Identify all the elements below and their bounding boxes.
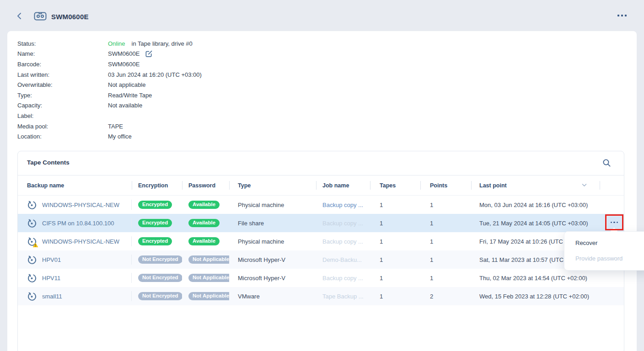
restore-point-icon [27,273,37,283]
column-header-label: Last point [479,182,507,189]
last-point-cell: Mon, 03 Jun 2024 at 16:16 (UTC +03:00) [471,196,600,214]
points-cell: 2 [420,287,471,305]
detail-value: My office [108,133,132,140]
warning-icon [32,242,38,248]
tapes-cell: 1 [370,214,420,232]
tape-contents-header: Tape Contents [18,151,624,176]
encryption-badge: Not Encrypted [138,255,182,264]
menu-item-recover[interactable]: Recover [564,235,644,251]
detail-value: Not available [108,102,142,109]
detail-value: Read/Write Tape [108,92,152,99]
column-header-tapes[interactable]: Tapes [370,176,420,195]
encryption-badge: Encrypted [138,201,172,209]
search-icon[interactable] [602,159,611,167]
backup-name-link[interactable]: small11 [42,293,62,300]
last-point-cell: Thu, 02 Mar 2023 at 14:54 (UTC +02:00) [471,269,600,287]
tape-contents-panel: Tape Contents Backup name Encryption Pas… [17,151,624,351]
column-header-password[interactable]: Password [182,176,229,195]
backup-name-link[interactable]: WINDOWS-PHYSICAL-NEW [42,202,119,208]
last-point-cell: Wed, 15 Feb 2023 at 12:28 (UTC +02:00) [471,287,600,305]
detail-label: Last written: [17,71,108,78]
tape-cassette-icon [34,11,47,21]
row-actions-button[interactable] [607,217,621,228]
restore-point-icon [27,255,37,265]
column-header-encryption[interactable]: Encryption [132,176,182,195]
restore-point-warning-icon [27,237,37,246]
points-cell: 1 [420,250,471,269]
job-name-link[interactable]: Backup copy ... [322,202,363,208]
encryption-badge: Encrypted [138,237,172,246]
column-header-last-point[interactable]: Last point [471,176,600,195]
detail-row-overwritable: Overwritable: Not applicable [17,80,202,90]
restore-point-icon [27,218,37,228]
job-name-link-disabled: Backup copy ... [322,238,363,245]
detail-row-capacity: Capacity: Not available [17,101,202,111]
backup-name-link[interactable]: CIFS PM on 10.84.100.100 [42,220,114,227]
password-badge: Not Applicable [188,274,229,282]
points-cell: 1 [420,196,471,214]
detail-label: Barcode: [17,61,108,68]
backup-name-link[interactable]: HPV01 [42,256,61,263]
restore-point-icon [27,200,37,210]
job-name-link-disabled: Backup copy ... [322,275,363,282]
status-location: in Tape library, drive #0 [132,40,193,47]
password-badge: Available [188,237,220,246]
password-badge: Not Applicable [188,255,229,264]
status-badge: Online [108,40,125,47]
detail-label: Status: [17,40,108,47]
password-badge: Available [188,201,220,209]
type-cell: File share [229,214,316,232]
detail-row-type: Type: Read/Write Tape [17,90,202,101]
detail-label: Capacity: [17,102,108,109]
type-cell: Microsoft Hyper-V [229,269,316,287]
page-title: SWM0600E [51,13,89,21]
column-header-backup-name[interactable]: Backup name [18,176,132,195]
detail-value: Not applicable [108,81,145,88]
points-cell: 1 [420,214,471,232]
table-row[interactable]: HPV11 Not Encrypted.. Not Applicable. Mi… [18,269,624,287]
detail-label: Type: [17,92,108,99]
encryption-badge: Encrypted [138,219,172,228]
table-row[interactable]: small11 Not Encrypted.. Not Applicable. … [18,287,624,305]
table-row[interactable]: WINDOWS-PHYSICAL-NEW Encrypted Available… [18,196,624,214]
column-header-type[interactable]: Type [229,176,316,195]
column-header-points[interactable]: Points [420,176,471,195]
last-point-cell: Tue, 21 May 2024 at 14:05 (UTC +03:00) [471,214,600,232]
actions-cell [600,269,624,287]
job-name-link-disabled: Backup copy ... [322,220,363,227]
tapes-cell: 1 [370,232,420,250]
column-header-job-name[interactable]: Job name [316,176,370,195]
menu-item-provide-password[interactable]: Provide password [564,251,644,266]
type-cell: Physical machine [229,196,316,214]
context-menu: Recover Provide password [564,231,644,271]
detail-label: Location: [17,133,108,140]
detail-value: SWM0600E [108,61,140,68]
job-name-link-disabled: Demo-Backu... [322,256,362,263]
detail-row-last-written: Last written: 03 Jun 2024 at 16:20 (UTC … [17,69,202,80]
type-cell: Physical machine [229,232,316,250]
detail-row-location: Location: My office [17,131,202,142]
tapes-cell: 1 [370,196,420,214]
tape-details-card: Status: Online in Tape library, drive #0… [7,31,637,351]
detail-label: Name: [17,50,108,57]
table-row-selected[interactable]: CIFS PM on 10.84.100.100 Encrypted Avail… [18,214,624,232]
detail-label: Media pool: [17,123,108,130]
encryption-badge: Not Encrypted [138,292,182,301]
detail-row-status: Status: Online in Tape library, drive #0 [17,38,202,49]
table-row[interactable]: HPV01 Not Encrypted.. Not Applicable. Mi… [18,250,624,269]
detail-label: Label: [17,112,108,119]
type-cell: VMware [229,287,316,305]
restore-point-icon [27,292,37,301]
table-row[interactable]: WINDOWS-PHYSICAL-NEW Encrypted Available… [18,232,624,250]
backup-name-link[interactable]: HPV11 [42,275,60,282]
edit-icon[interactable] [145,50,153,58]
password-badge: Not Applicable [188,292,229,301]
detail-label: Overwritable: [17,81,108,88]
tape-contents-title: Tape Contents [27,159,70,166]
more-horizontal-icon[interactable] [617,15,627,16]
detail-row-name: Name: SWM0600E [17,49,202,59]
backup-name-link[interactable]: WINDOWS-PHYSICAL-NEW [42,238,119,245]
back-icon[interactable] [16,12,24,20]
password-badge: Available [188,219,220,228]
chevron-down-icon[interactable] [582,183,587,187]
